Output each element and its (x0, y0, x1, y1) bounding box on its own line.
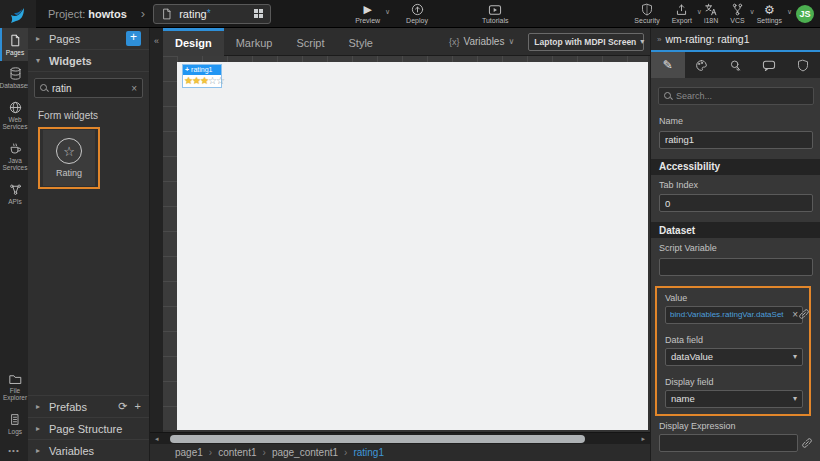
widgets-section-header[interactable]: ▾ Widgets (28, 50, 149, 72)
star-filled-icon[interactable]: ★ (184, 75, 192, 86)
tutorials-button[interactable]: Tutorials (476, 0, 515, 28)
widget-selection-header[interactable]: + rating1 (183, 65, 221, 75)
settings-button[interactable]: ⚙ Settings (751, 0, 788, 28)
star-empty-icon[interactable]: ☆ (216, 75, 224, 86)
breadcrumb-rating1[interactable]: rating1 (353, 447, 384, 458)
star-empty-icon[interactable]: ☆ (208, 75, 216, 86)
variables-section-header[interactable]: ▸ Variables (28, 439, 149, 461)
dataset-section-header: Dataset (651, 222, 820, 238)
tab-properties[interactable]: ✎ (651, 52, 685, 78)
tab-design[interactable]: Design (163, 28, 224, 56)
folder-icon (9, 373, 22, 385)
star-filled-icon[interactable]: ★ (200, 75, 208, 86)
script-variable-field[interactable] (659, 258, 813, 276)
sidebar-item-logs[interactable]: Logs (0, 407, 28, 440)
pages-section-header[interactable]: ▸ Pages + (28, 28, 149, 50)
search-icon (664, 92, 672, 100)
properties-search-box (658, 87, 814, 105)
tab-markup[interactable]: Markup (224, 28, 285, 56)
user-avatar[interactable]: JS (796, 5, 814, 23)
security-button[interactable]: Security (628, 0, 665, 28)
display-field-select[interactable]: name ▾ (665, 390, 803, 408)
tab-security[interactable] (786, 52, 820, 78)
export-button[interactable]: Export (666, 0, 698, 28)
breadcrumb-page-content1[interactable]: page_content1 (272, 447, 338, 458)
display-field-label: Display field (657, 372, 809, 390)
left-panel-bottom-sections: ▸ Prefabs ⟳ + ▸ Page Structure ▸ Variabl… (28, 395, 149, 461)
display-expression-label: Display Expression (651, 416, 820, 434)
file-icon (161, 8, 173, 20)
collapse-left-panel-button[interactable]: « (150, 28, 163, 46)
wavemaker-logo[interactable] (0, 0, 36, 28)
breadcrumb-page1[interactable]: page1 (175, 447, 203, 458)
open-page-tab[interactable]: rating* (153, 4, 271, 24)
tab-events[interactable] (719, 52, 753, 78)
sidebar-item-web-services[interactable]: Web Services (0, 95, 28, 136)
prefabs-section-header[interactable]: ▸ Prefabs ⟳ + (28, 395, 149, 417)
activity-bar-bottom: File Explorer Logs ••• (0, 367, 28, 461)
tab-styles[interactable] (685, 52, 719, 78)
add-prefab-icon[interactable]: + (135, 400, 141, 413)
vcs-button[interactable]: VCS (724, 0, 750, 28)
deploy-icon (411, 3, 424, 16)
page-switcher-icon[interactable] (254, 9, 263, 18)
left-panel: ▸ Pages + ▾ Widgets × Form widgets ☆ Rat… (28, 28, 150, 461)
preview-button[interactable]: ▶ Preview (349, 0, 386, 28)
scroll-left-icon[interactable]: ◂ (155, 435, 159, 443)
variables-icon: {x} (449, 37, 460, 47)
rating-widget-tile[interactable]: ☆ Rating (43, 130, 95, 186)
bind-link-icon[interactable] (798, 308, 810, 320)
rating-widget-on-canvas[interactable]: + rating1 ★★★☆☆ (182, 64, 222, 88)
star-filled-icon[interactable]: ★ (192, 75, 200, 86)
caret-right-icon: ▸ (36, 34, 43, 43)
rating-stars[interactable]: ★★★☆☆ (183, 75, 221, 87)
translate-icon (704, 3, 718, 16)
variables-dropdown[interactable]: {x} Variables ∨ (449, 36, 514, 47)
widget-search-input[interactable] (52, 83, 127, 94)
page-structure-section-header[interactable]: ▸ Page Structure (28, 417, 149, 439)
sidebar-item-apis[interactable]: APIs (0, 177, 28, 210)
refresh-prefabs-icon[interactable]: ⟳ (118, 400, 127, 413)
clear-search-icon[interactable]: × (131, 83, 137, 94)
scroll-right-icon[interactable]: ▸ (641, 435, 645, 443)
star-circle-icon: ☆ (56, 138, 82, 164)
add-page-button[interactable]: + (126, 31, 141, 46)
sidebar-item-databases[interactable]: Databases (0, 61, 28, 94)
i18n-button[interactable]: i18N (698, 0, 724, 28)
design-surface-frame: + rating1 ★★★☆☆ (163, 56, 650, 432)
breadcrumb-content1[interactable]: content1 (218, 447, 256, 458)
selected-widget-title: wm-rating: rating1 (665, 33, 749, 45)
sidebar-item-java-services[interactable]: Java Services (0, 136, 28, 177)
video-icon (488, 3, 502, 16)
value-binding-field[interactable]: bind:Variables.ratingVar.dataSet × (665, 306, 803, 324)
export-icon (675, 3, 688, 16)
tab-script[interactable]: Script (284, 28, 336, 56)
horizontal-scrollbar[interactable]: ◂ ▸ (150, 432, 650, 444)
sidebar-item-pages[interactable]: Pages (0, 28, 28, 61)
device-selector[interactable]: Laptop with MDPI Screen ▾ (528, 33, 644, 51)
canvas-toolbar: Design Markup Script Style {x} Variables… (163, 28, 650, 56)
deploy-button[interactable]: Deploy (400, 0, 434, 28)
pencil-icon: ✎ (663, 58, 673, 72)
sidebar-item-file-explorer[interactable]: File Explorer (0, 367, 28, 407)
wavemaker-studio: Project: howtos › rating* ▶ Preview Depl… (0, 0, 820, 461)
data-field-select[interactable]: dataValue ▾ (665, 348, 803, 366)
properties-search-input[interactable] (676, 91, 808, 101)
bind-link-icon[interactable] (801, 437, 813, 449)
panel-expand-icon[interactable]: » (657, 35, 661, 44)
script-variable-label: Script Variable (651, 238, 820, 256)
scrollbar-thumb[interactable] (170, 435, 585, 443)
tab-interactions[interactable] (752, 52, 786, 78)
left-collapse-strip: « (150, 28, 163, 461)
page-tab-label: rating* (179, 8, 210, 20)
name-label: Name (651, 111, 820, 129)
page-canvas[interactable]: + rating1 ★★★☆☆ (177, 62, 648, 430)
tab-index-field[interactable] (659, 194, 813, 212)
more-icon[interactable]: ••• (0, 440, 28, 461)
tab-style[interactable]: Style (337, 28, 385, 56)
display-expression-field[interactable] (659, 434, 798, 452)
accessibility-section-header: Accessibility (651, 159, 820, 175)
name-field[interactable] (659, 131, 813, 149)
tab-index-label: Tab Index (651, 175, 820, 193)
bird-logo-icon (8, 4, 28, 24)
